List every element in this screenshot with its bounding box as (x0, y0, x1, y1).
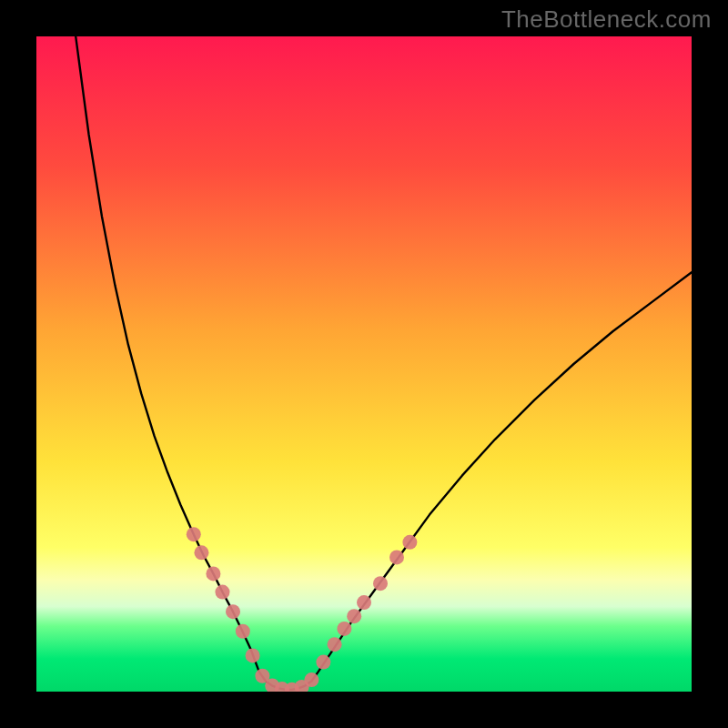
highlight-dot (347, 609, 361, 623)
highlight-dot (187, 527, 201, 541)
highlight-dot (194, 545, 208, 560)
highlight-dot (316, 655, 330, 670)
highlight-dot (246, 648, 260, 662)
chart-frame: TheBottleneck.com (0, 0, 728, 728)
bottleneck-curve (76, 36, 692, 690)
curve-layer (36, 36, 692, 692)
highlight-dot (304, 672, 318, 687)
highlight-dot (337, 622, 351, 636)
highlight-dot (236, 624, 250, 639)
highlight-dot (215, 585, 229, 600)
plot-area (36, 36, 692, 692)
highlight-dot (206, 566, 220, 581)
highlight-dot (389, 550, 404, 564)
watermark-text: TheBottleneck.com (501, 5, 712, 34)
highlight-dot (226, 604, 240, 619)
highlight-dot (402, 535, 417, 550)
highlight-dot (328, 637, 342, 652)
highlight-dot (373, 576, 388, 591)
highlight-dot (357, 595, 371, 610)
